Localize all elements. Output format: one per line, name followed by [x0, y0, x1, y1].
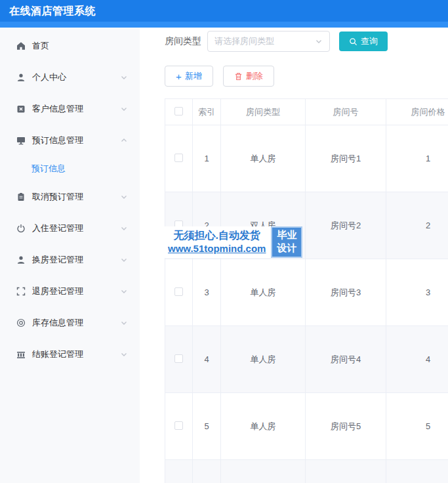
- filter-bar: 房间类型 请选择房间类型 查询: [165, 31, 448, 52]
- sidebar-item-inventory[interactable]: 库存信息管理: [0, 307, 140, 339]
- chevron-up-icon: [120, 136, 128, 144]
- sidebar-item-home[interactable]: 首页: [0, 30, 140, 62]
- room-type-select-placeholder: 请选择房间类型: [214, 35, 315, 47]
- cell-room-no: [306, 460, 386, 483]
- sidebar-item-label: 换房登记管理: [32, 254, 120, 266]
- table-row: 5 单人房 房间号5 5: [165, 393, 448, 460]
- cell-room-no: 房间号4: [306, 326, 386, 393]
- watermark-url: www.51topmind.com: [168, 242, 266, 255]
- sidebar-item-label: 入住登记管理: [32, 222, 120, 234]
- cell-room-no: 房间号5: [306, 393, 386, 460]
- row-checkbox[interactable]: [174, 287, 183, 296]
- home-icon: [16, 41, 26, 51]
- sidebar-item-personal-center[interactable]: 个人中心: [0, 62, 140, 93]
- table-row: 3 单人房 房间号3 3: [165, 259, 448, 326]
- chevron-down-icon: [120, 224, 128, 232]
- cell-room-type: 单人房: [221, 326, 306, 393]
- sidebar-subitem-booking-info-active[interactable]: 预订信息: [0, 156, 140, 181]
- cell-room-no: 房间号3: [306, 259, 386, 326]
- column-header-price: 房间价格: [386, 99, 448, 125]
- sidebar-item-checkin[interactable]: 入住登记管理: [0, 213, 140, 244]
- person-icon: [16, 255, 26, 264]
- app-title: 在线酒店管理系统: [0, 0, 448, 22]
- sidebar-item-label: 库存信息管理: [32, 317, 120, 329]
- power-icon: [16, 224, 26, 233]
- cell-room-no: 房间号2: [306, 192, 386, 259]
- delete-button[interactable]: 删除: [223, 66, 274, 87]
- column-header-room-no: 房间号: [306, 99, 386, 125]
- sidebar-item-booking-info[interactable]: 预订信息管理: [0, 125, 140, 156]
- sidebar-item-label: 个人中心: [32, 72, 120, 83]
- sidebar-item-customer-info[interactable]: 客户信息管理: [0, 93, 140, 125]
- cell-room-type: 单人房: [221, 259, 306, 326]
- chevron-down-icon: [120, 105, 128, 113]
- chevron-down-icon: [315, 37, 323, 45]
- sidebar-item-label: 首页: [32, 40, 128, 52]
- cell-room-type: 单人房: [221, 393, 306, 460]
- room-type-label: 房间类型: [165, 35, 201, 47]
- sidebar-item-cancel-booking[interactable]: 取消预订管理: [0, 181, 140, 213]
- watermark-overlay: 无须担心.自动发货 www.51topmind.com 毕业 设计: [163, 226, 302, 258]
- sidebar-item-label: 结账登记管理: [32, 348, 120, 360]
- cell-index: [193, 460, 221, 483]
- delete-button-label: 删除: [246, 70, 263, 82]
- chevron-down-icon: [120, 319, 128, 327]
- watermark-line1: 无须担心.自动发货: [168, 228, 266, 242]
- watermark-badge: 毕业 设计: [271, 226, 302, 258]
- top-navbar: 在线酒店管理系统: [0, 0, 448, 22]
- cell-price: [386, 460, 448, 483]
- header-select-all-cell: [165, 99, 193, 125]
- cell-index: 4: [193, 326, 221, 393]
- add-button-label: 新增: [185, 70, 202, 82]
- toolbar: + 新增 删除: [165, 66, 448, 87]
- trash-icon: [234, 72, 243, 81]
- row-checkbox[interactable]: [174, 421, 183, 430]
- top-navbar-strip: [0, 22, 448, 28]
- user-icon: [16, 73, 26, 82]
- select-all-checkbox[interactable]: [174, 107, 183, 116]
- sidebar-item-room-change[interactable]: 换房登记管理: [0, 244, 140, 276]
- chevron-down-icon: [120, 74, 128, 81]
- bank-icon: [16, 350, 26, 359]
- cell-room-no: 房间号1: [306, 125, 386, 192]
- sidebar-item-label: 预订信息管理: [32, 135, 120, 146]
- row-checkbox[interactable]: [174, 354, 183, 363]
- app-window: 在线酒店管理系统 首页 个人中心: [0, 0, 448, 483]
- clipboard-icon: [16, 192, 26, 201]
- chevron-down-icon: [120, 350, 128, 358]
- watermark-text-box: 无须担心.自动发货 www.51topmind.com: [163, 226, 271, 258]
- sidebar: 首页 个人中心 客户信息管理: [0, 28, 140, 483]
- contact-card-icon: [16, 104, 26, 114]
- cell-index: 5: [193, 393, 221, 460]
- search-button[interactable]: 查询: [339, 32, 388, 51]
- sidebar-item-label: 客户信息管理: [32, 103, 120, 115]
- table-header-row: 索引 房间类型 房间号 房间价格: [165, 99, 448, 125]
- cell-price: 2: [386, 192, 448, 259]
- sidebar-subitem-label: 预订信息: [31, 163, 66, 175]
- corner-brackets-icon: [16, 287, 26, 296]
- cell-index: 1: [193, 125, 221, 192]
- chevron-down-icon: [120, 287, 128, 295]
- room-type-select[interactable]: 请选择房间类型: [207, 31, 330, 52]
- ring-circle-icon: [16, 318, 26, 327]
- add-button[interactable]: + 新增: [165, 66, 213, 87]
- bookings-table: 索引 房间类型 房间号 房间价格 1 单人房 房间号1 1 2 双人房: [165, 98, 448, 483]
- search-button-label: 查询: [361, 35, 378, 47]
- watermark-badge-line1: 毕业: [277, 228, 296, 242]
- table-row: 1 单人房 房间号1 1: [165, 125, 448, 192]
- sidebar-menu: 首页 个人中心 客户信息管理: [0, 28, 140, 370]
- chevron-down-icon: [120, 256, 128, 264]
- cell-index: 3: [193, 259, 221, 326]
- sidebar-item-checkout-reg[interactable]: 退房登记管理: [0, 276, 140, 307]
- cell-price: 3: [386, 259, 448, 326]
- sidebar-item-billing[interactable]: 结账登记管理: [0, 339, 140, 370]
- cell-room-type: 单人房: [221, 125, 306, 192]
- sidebar-item-label: 取消预订管理: [32, 191, 120, 203]
- monitor-icon: [16, 136, 26, 145]
- cell-room-type: [221, 460, 306, 483]
- table-row: 4 单人房 房间号4 4: [165, 326, 448, 393]
- table-row: [165, 460, 448, 483]
- watermark-badge-line2: 设计: [277, 242, 296, 255]
- search-icon: [349, 37, 357, 46]
- row-checkbox[interactable]: [174, 154, 183, 162]
